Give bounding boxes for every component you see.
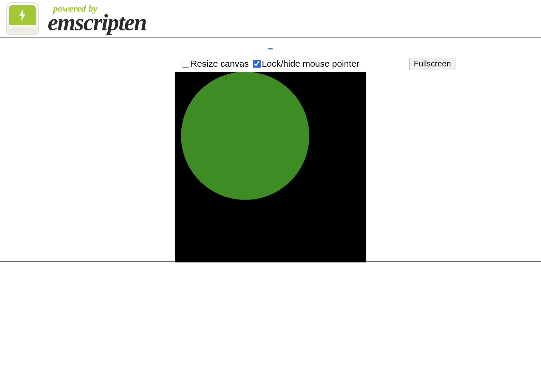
canvas[interactable]: [175, 72, 366, 262]
logo-lower: [9, 25, 36, 32]
lock-pointer-label[interactable]: Lock/hide mouse pointer: [262, 59, 359, 69]
controls-row: Resize canvas Lock/hide mouse pointer Fu…: [175, 59, 366, 69]
header: powered by emscripten: [0, 0, 541, 38]
logo-upper: [9, 5, 36, 25]
center-mark: [268, 48, 273, 49]
lock-pointer-group: Lock/hide mouse pointer: [253, 59, 359, 69]
fullscreen-button[interactable]: Fullscreen: [409, 58, 455, 70]
content-area: Resize canvas Lock/hide mouse pointer Fu…: [0, 38, 541, 262]
wordmark: powered by emscripten: [48, 4, 146, 34]
resize-canvas-label[interactable]: Resize canvas: [191, 59, 249, 69]
bolt-icon: [18, 9, 27, 22]
resize-canvas-group: Resize canvas: [182, 59, 249, 69]
rendered-circle: [181, 72, 309, 200]
emscripten-logo: [6, 2, 39, 35]
bottom-divider: [0, 261, 541, 262]
resize-canvas-checkbox[interactable]: [182, 60, 189, 68]
lock-pointer-checkbox[interactable]: [253, 60, 261, 68]
brand-name: emscripten: [48, 11, 146, 34]
